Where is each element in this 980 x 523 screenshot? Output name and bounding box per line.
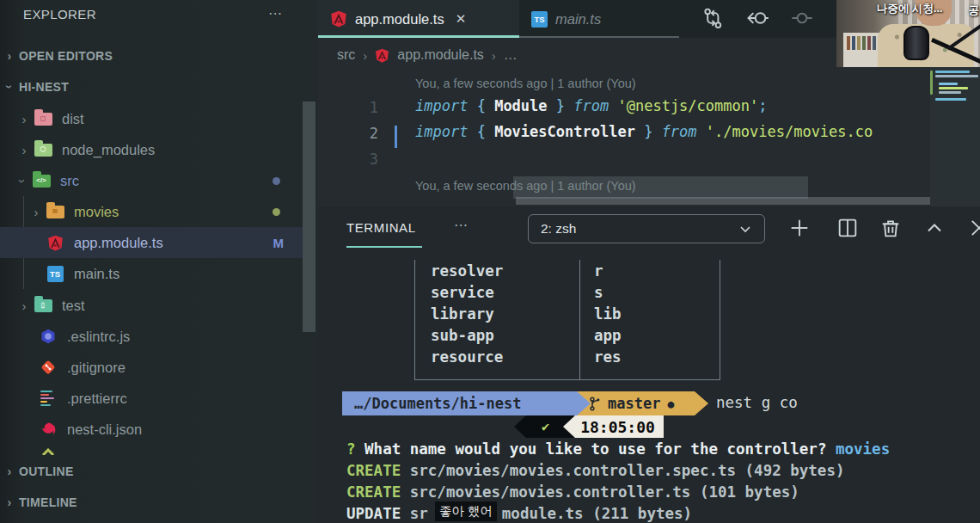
eslint-icon	[38, 328, 58, 345]
subtitle-text: 나중에 시청...	[877, 2, 942, 16]
new-terminal-icon[interactable]	[787, 216, 813, 242]
tab-app-module[interactable]: app.module.ts ✕	[318, 0, 519, 38]
prompt-time: 18:05:00	[580, 418, 655, 436]
cli-output-line: CREATE src/movies/movies.controller.ts (…	[346, 483, 799, 501]
folder-icon: ◻	[33, 110, 53, 127]
tree-item-label: main.ts	[74, 266, 119, 282]
subtitle-overlay: 좋아 했어	[435, 501, 497, 521]
chevron-right-icon: ›	[0, 49, 19, 63]
folder-icon: </>	[31, 172, 52, 189]
chevron-right-icon: ›	[28, 205, 45, 219]
table-cell: service	[431, 284, 494, 301]
table-cell: s	[594, 284, 603, 301]
prompt-path: …/Documents/hi-nest	[354, 395, 521, 412]
git-modified-badge: M	[273, 236, 285, 250]
breadcrumb-item-symbol[interactable]: …	[504, 47, 518, 63]
cli-output-line: CREATE src/movies/movies.controller.spec…	[346, 462, 844, 479]
terminal-panel: TERMINAL ⋯ 2: zsh resolverr services lib…	[318, 206, 980, 523]
tree-item-prettierrc[interactable]: .prettierrc	[0, 383, 303, 414]
prettier-icon	[38, 390, 58, 407]
line-number: 1	[344, 99, 378, 116]
tree-item-label: nest-cli.json	[67, 421, 142, 438]
git-compare-icon[interactable]	[701, 6, 726, 32]
chevron-right-icon: ›	[0, 465, 19, 478]
commit-graph-icon[interactable]	[790, 6, 816, 32]
tree-item-app-module[interactable]: app.module.ts M	[0, 227, 303, 258]
section-label: OPEN EDITORS	[19, 49, 113, 63]
terminal-more-actions[interactable]: ⋯	[454, 217, 469, 233]
section-outline[interactable]: › OUTLINE	[0, 458, 303, 484]
tree-item-label: dist	[62, 111, 84, 127]
tree-item-main[interactable]: TS main.ts	[0, 258, 303, 289]
table-cell: lib	[594, 305, 622, 323]
tree-item-test[interactable]: › ▯ test	[0, 290, 303, 321]
microphone	[903, 26, 929, 60]
angular-icon	[375, 48, 389, 63]
chevron-right-icon: ›	[0, 495, 19, 509]
schematics-table: resolverr services librarylib sub-appapp…	[414, 260, 720, 380]
table-cell: r	[594, 262, 603, 280]
kill-terminal-icon[interactable]	[879, 216, 904, 242]
text-cursor	[395, 126, 397, 148]
terminal-tab[interactable]: TERMINAL	[346, 220, 416, 235]
breadcrumb: src › app.module.ts › …	[337, 43, 518, 67]
maximize-panel-icon[interactable]	[922, 216, 948, 242]
section-label: TIMELINE	[19, 495, 77, 509]
sidebar-scrollbar[interactable]	[303, 102, 315, 332]
table-cell: resolver	[431, 262, 503, 280]
line-number: 3	[344, 151, 378, 168]
check-icon: ✔	[542, 419, 549, 434]
section-open-editors[interactable]: › OPEN EDITORS	[0, 43, 303, 69]
split-terminal-icon[interactable]	[836, 216, 861, 242]
tree-item-label: .prettierrc	[67, 391, 127, 407]
git-icon	[38, 359, 58, 376]
table-cell: sub-app	[431, 327, 494, 344]
gitlens-blame-annotation: You, a few seconds ago | 1 author (You)	[415, 179, 636, 193]
tree-item-gitignore[interactable]: .gitignore	[0, 352, 303, 383]
terminal-shell-label: 2: zsh	[541, 221, 576, 237]
section-project[interactable]: › HI-NEST	[0, 74, 303, 100]
section-timeline[interactable]: › TIMELINE	[0, 489, 303, 515]
sidebar-title: EXPLORER	[23, 7, 96, 22]
code-line-1: import { Module } from '@nestjs/common';	[415, 97, 767, 114]
horizontal-scrollbar[interactable]	[516, 197, 980, 205]
partial-file-icon	[38, 443, 58, 460]
section-label: HI-NEST	[19, 80, 69, 94]
line-number: 2	[344, 125, 378, 142]
table-cell: res	[594, 348, 622, 366]
chevron-down-icon: ›	[14, 174, 31, 188]
open-changes-icon[interactable]	[745, 6, 771, 32]
tree-item-src[interactable]: › </> src	[0, 165, 303, 196]
code-line-2: import { MoviesController } from './movi…	[415, 123, 931, 140]
tree-item-nest-cli[interactable]: nest-cli.json	[0, 414, 303, 445]
breadcrumb-item-src[interactable]: src	[337, 47, 355, 63]
chevron-right-icon: ›	[492, 48, 496, 63]
sidebar-more-actions-button[interactable]: ⋯	[268, 5, 284, 22]
tree-item-node-modules[interactable]: › ⬡ node_modules	[0, 134, 303, 165]
typescript-icon: TS	[45, 265, 65, 282]
webcam-overlay: 나중에 시청... 공	[836, 0, 980, 67]
chevron-right-icon: ›	[15, 112, 33, 126]
tree-item-label: test	[62, 298, 85, 314]
folder-icon: ⬡	[33, 141, 53, 158]
table-cell: app	[594, 327, 622, 344]
close-panel-icon[interactable]	[967, 216, 980, 242]
prompt-time-segment: 18:05:00	[563, 415, 664, 438]
table-cell: resource	[431, 348, 503, 366]
tree-item-label: .eslintrc.js	[67, 329, 130, 345]
tab-label: app.module.ts	[355, 11, 444, 28]
books	[847, 36, 878, 50]
close-icon[interactable]: ✕	[456, 11, 467, 27]
modified-dot-badge	[273, 177, 280, 185]
tree-item-eslintrc[interactable]: .eslintrc.js	[0, 321, 303, 352]
gitlens-blame-annotation: You, a few seconds ago | 1 author (You)	[415, 77, 636, 90]
nestjs-icon	[38, 421, 58, 438]
terminal-shell-select[interactable]: 2: zsh	[528, 214, 765, 243]
tree-item-movies[interactable]: › ≋ movies	[0, 196, 303, 227]
tree-item-dist[interactable]: › ◻ dist	[0, 103, 303, 134]
prompt-command: nest g co	[716, 394, 798, 411]
breadcrumb-item-file[interactable]: app.module.ts	[397, 47, 484, 63]
tab-main[interactable]: TS main.ts	[519, 0, 679, 38]
chevron-down-icon: ›	[0, 80, 19, 94]
chevron-down-icon	[738, 222, 752, 236]
